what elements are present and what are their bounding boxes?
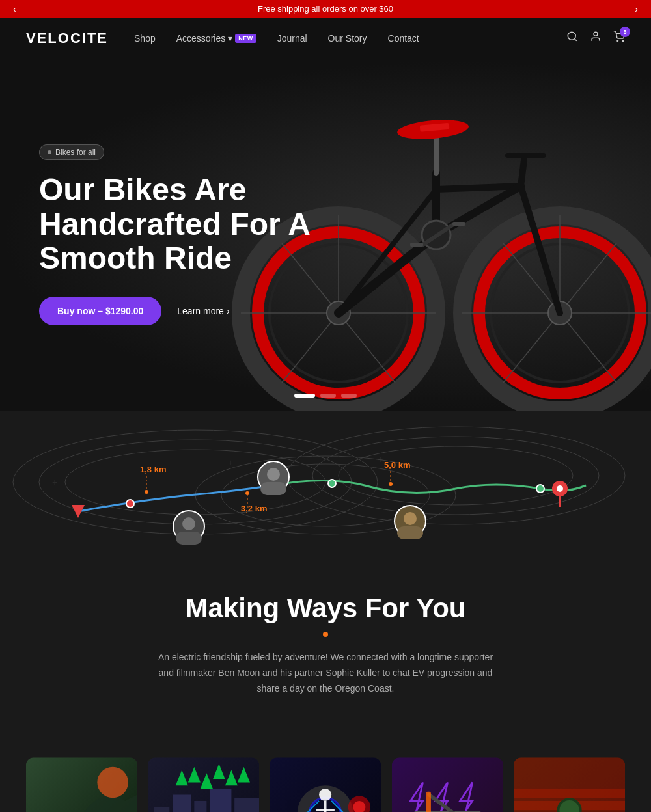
svg-point-85 — [97, 767, 128, 798]
main-nav: VELOCITE Shop Accessories ▾ NEW Journal … — [0, 18, 651, 59]
svg-line-1 — [574, 38, 576, 40]
nav-contact[interactable]: Contact — [388, 33, 419, 44]
category-accessories[interactable]: Accessories — [392, 755, 503, 812]
hero-dot-3[interactable] — [341, 394, 357, 398]
hero-dots — [294, 394, 357, 398]
hero-actions: Buy now – $1290.00 Learn more › — [39, 297, 326, 325]
svg-point-57 — [328, 480, 336, 487]
svg-point-120 — [319, 789, 331, 801]
svg-rect-42 — [410, 243, 423, 247]
accessories-image — [392, 755, 503, 812]
svg-line-24 — [560, 313, 616, 383]
announcement-bar: ‹ Free shipping all orders on over $60 › — [0, 0, 651, 18]
making-ways-section: Making Ways For You An electric friendsh… — [0, 554, 651, 729]
account-button[interactable] — [590, 31, 602, 46]
svg-point-78 — [182, 517, 195, 530]
svg-point-0 — [568, 32, 575, 40]
svg-point-65 — [145, 490, 148, 494]
svg-line-34 — [521, 186, 560, 313]
hero-dot-2[interactable] — [320, 394, 336, 398]
making-ways-description: An electric friendship fueled by adventu… — [150, 650, 501, 696]
svg-rect-43 — [452, 222, 465, 226]
svg-line-31 — [436, 186, 521, 189]
svg-rect-94 — [154, 807, 170, 812]
hero-section: Bikes for all Our Bikes Are Handcrafted … — [0, 59, 651, 411]
svg-point-58 — [536, 485, 544, 493]
category-bike-parts[interactable]: Bike Parts — [270, 755, 381, 812]
svg-rect-83 — [397, 526, 423, 539]
nav-journal[interactable]: Journal — [277, 33, 307, 44]
learn-more-button[interactable]: Learn more › — [177, 306, 229, 316]
svg-point-71 — [389, 482, 393, 486]
category-clothing[interactable]: Clothing — [514, 755, 625, 812]
announcement-next-button[interactable]: › — [628, 1, 644, 17]
svg-rect-95 — [173, 795, 191, 812]
svg-point-3 — [617, 40, 618, 42]
svg-line-26 — [503, 313, 560, 383]
new-badge: NEW — [235, 34, 256, 43]
svg-point-82 — [404, 512, 417, 525]
section-accent-dot — [323, 632, 328, 637]
hero-tag-dot — [48, 150, 51, 154]
nav-our-story[interactable]: Our Story — [328, 33, 367, 44]
nav-accessories[interactable]: Accessories ▾ NEW — [176, 33, 256, 44]
svg-rect-98 — [234, 798, 259, 812]
arrow-right-icon: › — [227, 306, 230, 316]
city-bikes-image — [148, 755, 259, 812]
svg-rect-97 — [210, 789, 231, 812]
clothing-image — [514, 755, 625, 812]
buy-now-button[interactable]: Buy now – $1290.00 — [39, 297, 161, 325]
announcement-text: Free shipping all orders on over $60 — [258, 4, 393, 14]
hero-title: Our Bikes Are Handcrafted For A Smooth R… — [39, 173, 326, 276]
svg-point-56 — [126, 500, 134, 508]
svg-point-4 — [622, 40, 624, 42]
svg-text:1,8 km: 1,8 km — [140, 465, 166, 474]
svg-line-23 — [560, 243, 616, 313]
cart-button[interactable]: 5 — [613, 31, 625, 46]
svg-text:5,0 km: 5,0 km — [384, 460, 410, 470]
nav-shop[interactable]: Shop — [134, 33, 156, 44]
svg-point-68 — [245, 491, 249, 495]
product-grid: Mountain Bikes — [26, 755, 625, 812]
svg-point-2 — [594, 32, 598, 36]
hero-content: Bikes for all Our Bikes Are Handcrafted … — [0, 144, 365, 325]
chevron-down-icon: ▾ — [228, 33, 232, 44]
cart-count-badge: 5 — [620, 27, 630, 37]
announcement-prev-button[interactable]: ‹ — [7, 1, 23, 17]
making-ways-title: Making Ways For You — [26, 593, 625, 624]
svg-rect-136 — [426, 792, 431, 812]
nav-links: Shop Accessories ▾ NEW Journal Our Story… — [134, 33, 566, 44]
nav-icons: 5 — [566, 31, 625, 46]
map-section: + + + + 1,8 km 3,2 km 5,0 km — [0, 411, 651, 554]
svg-rect-75 — [260, 482, 286, 495]
hero-tag: Bikes for all — [39, 144, 104, 160]
search-button[interactable] — [566, 31, 578, 46]
svg-point-74 — [267, 468, 280, 481]
hero-dot-1[interactable] — [294, 394, 315, 398]
svg-rect-79 — [176, 532, 202, 545]
svg-line-35 — [521, 160, 524, 186]
logo[interactable]: VELOCITE — [26, 30, 108, 47]
bike-parts-image — [270, 755, 381, 812]
category-mountain-bikes[interactable]: Mountain Bikes — [26, 755, 137, 812]
category-city-bikes[interactable]: City Bikes — [148, 755, 259, 812]
svg-point-61 — [557, 485, 563, 492]
mountain-bikes-image — [26, 755, 137, 812]
svg-rect-139 — [514, 789, 625, 798]
svg-text:3,2 km: 3,2 km — [241, 504, 267, 513]
product-grid-section: Mountain Bikes — [0, 729, 651, 812]
svg-rect-96 — [195, 801, 207, 812]
